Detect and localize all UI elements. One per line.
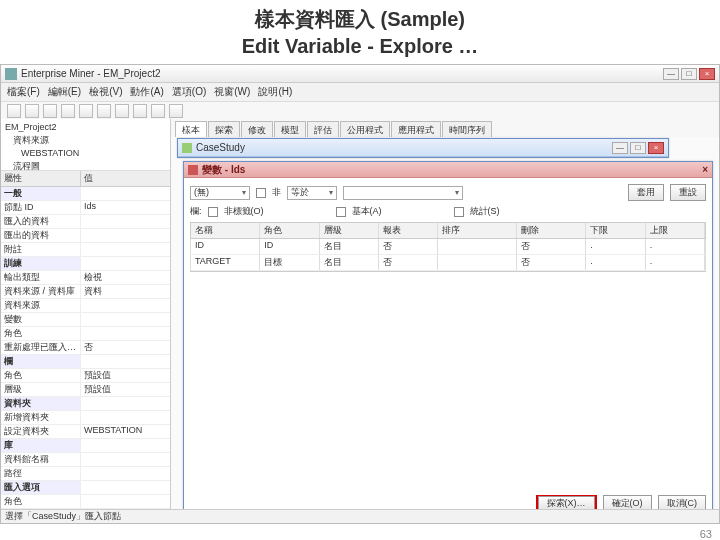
min-button[interactable]: — <box>663 68 679 80</box>
property-row[interactable]: 匯出的資料 <box>1 229 170 243</box>
left-panel: EM_Project2 資料來源 WEBSTATION 流程圖 CaseStud… <box>1 119 171 523</box>
property-row[interactable]: 訓練 <box>1 257 170 271</box>
property-row[interactable]: 層級預設值 <box>1 383 170 397</box>
slide-subtitle: Edit Variable - Explore … <box>0 35 720 62</box>
min-button[interactable]: — <box>612 142 628 154</box>
app-titlebar: Enterprise Miner - EM_Project2 — □ × <box>1 65 719 83</box>
slide-title: 樣本資料匯入 (Sample) <box>0 0 720 35</box>
chevron-down-icon: ▾ <box>455 188 459 197</box>
tb-icon[interactable] <box>7 104 21 118</box>
property-row[interactable]: 資料來源 <box>1 299 170 313</box>
property-row[interactable]: 輸出類型檢視 <box>1 271 170 285</box>
workspace: 樣本 探索 修改 模型 評估 公用程式 應用程式 時間序列 CaseStudy … <box>171 119 719 523</box>
menu-action[interactable]: 動作(A) <box>130 85 163 99</box>
menu-view[interactable]: 檢視(V) <box>89 85 122 99</box>
stat-label: 統計(S) <box>470 205 500 218</box>
col-label: 欄: <box>190 205 202 218</box>
property-row[interactable]: 變數 <box>1 313 170 327</box>
property-row[interactable]: 欄 <box>1 355 170 369</box>
menu-file[interactable]: 檔案(F) <box>7 85 40 99</box>
property-row[interactable]: 匯入選項 <box>1 481 170 495</box>
property-row[interactable]: 節點 IDIds <box>1 201 170 215</box>
notlabel-label: 非標籤(O) <box>224 205 264 218</box>
tb-icon[interactable] <box>61 104 75 118</box>
chevron-down-icon: ▾ <box>242 188 246 197</box>
reset-button[interactable]: 重設 <box>670 184 706 201</box>
property-row[interactable]: 庫 <box>1 439 170 453</box>
explore-button[interactable]: 探索(X)… <box>538 496 595 510</box>
property-row[interactable]: 匯入的資料 <box>1 215 170 229</box>
menu-help[interactable]: 說明(H) <box>258 85 292 99</box>
dialog-icon <box>188 165 198 175</box>
property-row[interactable]: 設定資料夾WEBSTATION <box>1 425 170 439</box>
property-row[interactable]: 資料夾 <box>1 397 170 411</box>
tb-icon[interactable] <box>79 104 93 118</box>
menubar: 檔案(F) 編輯(E) 檢視(V) 動作(A) 選項(O) 視窗(W) 說明(H… <box>1 83 719 102</box>
property-row[interactable]: 資料館名稱 <box>1 453 170 467</box>
property-row[interactable]: 角色 <box>1 495 170 509</box>
property-row[interactable]: 重新處理已匯入…否 <box>1 341 170 355</box>
dialog-title: 變數 - Ids <box>202 163 245 177</box>
tb-icon[interactable] <box>151 104 165 118</box>
basic-label: 基本(A) <box>352 205 382 218</box>
tb-icon[interactable] <box>133 104 147 118</box>
basic-checkbox[interactable] <box>336 207 346 217</box>
close-button[interactable]: × <box>699 68 715 80</box>
apply-button[interactable]: 套用 <box>628 184 664 201</box>
filter-op-select[interactable]: 等於▾ <box>287 186 337 200</box>
property-row[interactable]: 新增資料夾 <box>1 411 170 425</box>
variables-dialog: 變數 - Ids × (無)▾ 非 等於▾ ▾ 套用 重設 <box>183 161 713 519</box>
max-button[interactable]: □ <box>681 68 697 80</box>
diagram-title: CaseStudy <box>196 142 245 153</box>
filter-column-select[interactable]: (無)▾ <box>190 186 250 200</box>
tb-icon[interactable] <box>169 104 183 118</box>
filter-value-select[interactable]: ▾ <box>343 186 463 200</box>
close-button[interactable]: × <box>648 142 664 154</box>
not-checkbox[interactable] <box>256 188 266 198</box>
tree-item[interactable]: WEBSTATION <box>5 147 166 160</box>
menu-edit[interactable]: 編輯(E) <box>48 85 81 99</box>
page-number: 63 <box>700 528 712 540</box>
table-row[interactable]: TARGET目標名目否否.. <box>190 255 706 271</box>
grid-header: 名稱 角色 層級 報表 排序 刪除 下限 上限 <box>190 222 706 239</box>
app-icon <box>5 68 17 80</box>
property-row[interactable]: 角色預設值 <box>1 369 170 383</box>
diagram-window: CaseStudy — □ × <box>177 138 669 158</box>
menu-options[interactable]: 選項(O) <box>172 85 206 99</box>
project-tree[interactable]: EM_Project2 資料來源 WEBSTATION 流程圖 CaseStud… <box>1 119 170 171</box>
prop-head-key: 屬性 <box>1 171 81 186</box>
properties-panel: 屬性 值 一般節點 IDIds匯入的資料匯出的資料附註訓練輸出類型檢視資料來源 … <box>1 171 170 523</box>
chevron-down-icon: ▾ <box>329 188 333 197</box>
property-row[interactable]: 路徑 <box>1 467 170 481</box>
dialog-close-icon[interactable]: × <box>702 164 708 175</box>
grid-body[interactable]: IDID名目否否..TARGET目標名目否否.. <box>190 239 706 272</box>
property-row[interactable]: 角色 <box>1 327 170 341</box>
property-row[interactable]: 附註 <box>1 243 170 257</box>
diagram-icon <box>182 143 192 153</box>
tb-icon[interactable] <box>97 104 111 118</box>
menu-window[interactable]: 視窗(W) <box>214 85 250 99</box>
table-row[interactable]: IDID名目否否.. <box>190 239 706 255</box>
tree-item[interactable]: 資料來源 <box>5 134 166 147</box>
tree-root[interactable]: EM_Project2 <box>5 121 166 134</box>
tb-icon[interactable] <box>25 104 39 118</box>
tb-icon[interactable] <box>115 104 129 118</box>
notlabel-checkbox[interactable] <box>208 207 218 217</box>
tree-item[interactable]: 流程圖 <box>5 160 166 171</box>
status-bar: 選擇「CaseStudy」匯入節點 <box>1 509 719 523</box>
prop-head-val: 值 <box>81 171 170 186</box>
stat-checkbox[interactable] <box>454 207 464 217</box>
not-label: 非 <box>272 186 281 199</box>
max-button[interactable]: □ <box>630 142 646 154</box>
tb-icon[interactable] <box>43 104 57 118</box>
property-row[interactable]: 資料來源 / 資料庫資料 <box>1 285 170 299</box>
property-row[interactable]: 一般 <box>1 187 170 201</box>
app-window: Enterprise Miner - EM_Project2 — □ × 檔案(… <box>0 64 720 524</box>
app-title: Enterprise Miner - EM_Project2 <box>21 68 161 79</box>
